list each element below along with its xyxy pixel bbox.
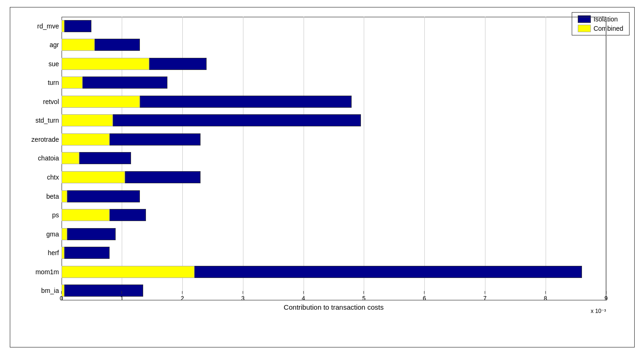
bar-track-agr (62, 39, 606, 51)
bar-row-std_turn: std_turn (62, 111, 606, 130)
yellow-bar-chatoia (62, 152, 80, 164)
tick-label-9: 9 (604, 295, 608, 302)
bar-label-chtx: chtx (20, 174, 59, 181)
x-axis-label: Contribution to transaction costs (62, 303, 606, 312)
yellow-bar-retvol (62, 96, 140, 108)
bar-label-chatoia: chatoia (20, 154, 59, 162)
blue-bar-gma (67, 228, 116, 240)
yellow-bar-mom1m (62, 266, 195, 278)
tick-label-8: 8 (544, 295, 547, 302)
tick-label-4: 4 (302, 295, 305, 302)
bar-row-gma: gma (62, 225, 606, 243)
bar-label-sue: sue (20, 60, 59, 68)
yellow-bar-zerotrade (62, 133, 110, 146)
tick-label-6: 6 (423, 295, 426, 302)
bar-row-turn: turn (62, 73, 606, 92)
tick-line-4 (303, 291, 304, 294)
bar-row-retvol: retvol (62, 92, 606, 111)
tick-line-5 (364, 291, 364, 294)
blue-bar-herf (64, 247, 110, 259)
bar-label-beta: beta (20, 193, 59, 200)
bar-track-chtx (62, 171, 606, 183)
yellow-bar-ps (62, 209, 110, 221)
bar-label-turn: turn (20, 79, 59, 86)
yellow-bar-agr (62, 39, 95, 51)
bar-row-ps: ps (62, 206, 606, 224)
blue-bar-std_turn (113, 114, 361, 126)
x-axis-sub: x 10⁻³ (591, 308, 606, 314)
yellow-bar-turn (62, 76, 83, 89)
bar-label-bm_ia: bm_ia (20, 287, 59, 294)
bar-track-retvol (62, 96, 606, 108)
grid-line-9 (606, 17, 607, 300)
bar-track-std_turn (62, 114, 606, 126)
tick-label-2: 2 (180, 295, 184, 302)
bar-label-gma: gma (20, 230, 59, 238)
bar-label-std_turn: std_turn (20, 117, 59, 124)
bar-label-retvol: retvol (20, 98, 59, 105)
bar-track-turn (62, 76, 606, 89)
bar-label-ps: ps (20, 211, 59, 219)
blue-bar-turn (83, 76, 167, 89)
bar-label-agr: agr (20, 41, 59, 49)
blue-bar-agr (95, 39, 140, 51)
bar-label-mom1m: mom1m (20, 268, 59, 276)
bar-track-ps (62, 209, 606, 221)
bar-track-herf (62, 247, 606, 259)
blue-bar-chatoia (79, 152, 131, 164)
yellow-bar-chtx (62, 171, 125, 183)
yellow-bar-beta (62, 190, 68, 202)
tick-label-0: 0 (60, 295, 63, 302)
tick-line-0 (61, 291, 62, 294)
bar-track-zerotrade (62, 133, 606, 146)
chart-container: Isolation Combined rd_mveagrsueturnretvo… (10, 7, 635, 347)
bar-row-chatoia: chatoia (62, 149, 606, 167)
bar-row-sue: sue (62, 55, 606, 73)
tick-label-3: 3 (241, 295, 244, 302)
tick-line-7 (485, 291, 485, 294)
tick-line-3 (242, 291, 243, 294)
blue-bar-rd_mve (64, 20, 91, 32)
tick-label-7: 7 (483, 295, 486, 302)
tick-label-1: 1 (120, 295, 124, 302)
x-axis-line (62, 300, 606, 300)
tick-line-6 (424, 291, 425, 294)
bar-label-zerotrade: zerotrade (20, 136, 59, 143)
tick-line-8 (545, 291, 546, 294)
bar-row-zerotrade: zerotrade (62, 130, 606, 149)
bar-row-herf: herf (62, 243, 606, 262)
yellow-bar-gma (62, 228, 68, 240)
tick-label-5: 5 (362, 295, 366, 302)
blue-bar-beta (67, 190, 140, 202)
yellow-bar-sue (62, 58, 149, 70)
tick-line-1 (122, 291, 122, 294)
x-axis-ticks: 0123456789 (62, 291, 606, 300)
bar-row-rd_mve: rd_mve (62, 17, 606, 35)
bar-track-sue (62, 58, 606, 70)
bar-track-beta (62, 190, 606, 202)
tick-line-9 (606, 291, 606, 294)
bar-row-beta: beta (62, 187, 606, 206)
bar-label-herf: herf (20, 249, 59, 257)
bar-track-rd_mve (62, 20, 606, 32)
chart-area: rd_mveagrsueturnretvolstd_turnzerotradec… (62, 17, 606, 314)
blue-bar-zerotrade (110, 133, 201, 146)
blue-bar-retvol (140, 96, 352, 108)
bar-track-chatoia (62, 152, 606, 164)
blue-bar-chtx (125, 171, 201, 183)
bar-track-gma (62, 228, 606, 240)
blue-bar-sue (149, 58, 207, 70)
bar-track-mom1m (62, 266, 606, 278)
bar-row-chtx: chtx (62, 168, 606, 187)
bar-row-mom1m: mom1m (62, 263, 606, 281)
bar-row-agr: agr (62, 35, 606, 54)
blue-bar-ps (110, 209, 146, 221)
blue-bar-mom1m (194, 266, 582, 278)
yellow-bar-std_turn (62, 114, 113, 126)
bar-label-rd_mve: rd_mve (20, 22, 59, 30)
tick-line-2 (182, 291, 183, 294)
bars-area: rd_mveagrsueturnretvolstd_turnzerotradec… (62, 17, 606, 314)
